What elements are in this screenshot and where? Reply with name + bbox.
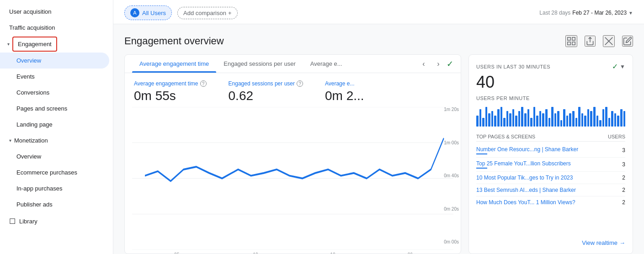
- panel-sub-label: USERS PER MINUTE: [476, 95, 625, 101]
- mini-bar: [620, 109, 623, 127]
- table-header-users: USERS: [608, 134, 625, 139]
- cards-row: Average engagement time Engaged sessions…: [124, 54, 633, 254]
- sidebar-item-label: Landing page: [16, 121, 53, 128]
- svg-rect-1: [572, 37, 575, 40]
- mini-bar: [512, 109, 515, 127]
- chart-customize-button[interactable]: [565, 35, 577, 47]
- mini-bar: [554, 113, 557, 127]
- users-count-0: 3: [616, 147, 625, 153]
- sidebar-item-label: Events: [16, 73, 35, 80]
- tab-avg-engagement-time[interactable]: Average engagement time: [132, 55, 216, 73]
- sidebar-item-label: Monetization: [14, 137, 48, 144]
- svg-rect-3: [572, 42, 575, 45]
- mini-bar: [587, 109, 590, 127]
- metric-help-icon-2[interactable]: ?: [297, 80, 303, 87]
- view-realtime-link[interactable]: View realtime →: [476, 236, 625, 246]
- table-row: 10 Most Popular Tik...ges to Try in 2023…: [476, 172, 625, 184]
- panel-section-label: USERS IN LAST 30 MINUTES: [476, 64, 550, 69]
- table-header-page: TOP PAGES & SCREENS: [476, 134, 535, 139]
- svg-rect-0: [568, 37, 570, 40]
- metric-label-3: Average e...: [325, 80, 364, 87]
- page-link-2[interactable]: 10 Most Popular Tik...ges to Try in 2023: [476, 175, 612, 181]
- chart-next-button[interactable]: ›: [432, 58, 445, 70]
- table-row: How Much Does YouT... 1 Million Views? 2: [476, 196, 625, 208]
- add-comparison-label: Add comparison: [183, 10, 226, 16]
- mini-bar-chart: [476, 105, 625, 127]
- sidebar-item-conversions[interactable]: Conversions: [0, 85, 109, 101]
- sidebar-item-monetization[interactable]: ▾ Monetization: [0, 132, 113, 148]
- mini-bar: [560, 120, 563, 127]
- monetization-arrow: ▾: [9, 138, 11, 143]
- sidebar-item-publisher-ads[interactable]: Publisher ads: [0, 196, 109, 212]
- sidebar-item-ecommerce-purchases[interactable]: Ecommerce purchases: [0, 164, 109, 180]
- mini-bar: [521, 107, 523, 127]
- sidebar-item-events[interactable]: Events: [0, 69, 109, 85]
- mini-bar: [566, 116, 569, 127]
- metric-average-other: Average e... 0m 2...: [325, 80, 364, 103]
- sidebar-item-in-app-purchases[interactable]: In-app purchases: [0, 180, 109, 196]
- segment-chip[interactable]: A All Users: [124, 5, 172, 20]
- sidebar-item-traffic-acquisition[interactable]: Traffic acquisition: [0, 20, 109, 36]
- panel-dropdown-icon[interactable]: ▼: [620, 64, 625, 70]
- date-range-selector[interactable]: Last 28 days Feb 27 - Mar 26, 2023 ▼: [539, 10, 633, 16]
- mini-bar: [539, 111, 542, 127]
- mini-bar: [530, 118, 532, 127]
- mini-bar: [602, 109, 605, 127]
- mini-bar: [569, 113, 571, 127]
- sidebar: User acquisition Traffic acquisition ▾ E…: [0, 0, 113, 254]
- sidebar-item-user-acquisition[interactable]: User acquisition: [0, 4, 109, 20]
- sidebar-item-label: Conversions: [16, 89, 49, 96]
- tab-engaged-sessions[interactable]: Engaged sessions per user: [216, 55, 303, 73]
- mini-bar: [536, 116, 538, 127]
- sidebar-item-landing-page[interactable]: Landing page: [0, 116, 109, 132]
- mini-bar: [551, 107, 554, 127]
- sidebar-item-label: In-app purchases: [16, 185, 62, 192]
- metric-label-2: Engaged sessions per user ?: [229, 80, 303, 87]
- sidebar-item-library[interactable]: ☐ Library: [0, 212, 113, 230]
- sidebar-item-overview[interactable]: Overview: [0, 53, 109, 69]
- sidebar-item-engagement[interactable]: Engagement: [12, 37, 57, 52]
- page-link-3[interactable]: 13 Best Semrush Al...eds | Shane Barker: [476, 187, 612, 193]
- segment-label: All Users: [142, 10, 166, 16]
- sidebar-item-pages-and-screens[interactable]: Pages and screens: [0, 101, 109, 116]
- mini-bar: [623, 111, 626, 127]
- sidebar-item-monetization-overview[interactable]: Overview: [0, 148, 109, 164]
- mini-bar: [485, 107, 488, 127]
- mini-bar: [494, 116, 496, 127]
- page-link-4[interactable]: How Much Does YouT... 1 Million Views?: [476, 199, 612, 206]
- mini-bar: [593, 107, 596, 127]
- mini-bar: [509, 113, 511, 127]
- panel-check-icon: ✓: [612, 62, 618, 71]
- add-comparison-button[interactable]: Add comparison +: [177, 7, 238, 19]
- page-link-1[interactable]: Top 25 Female YouT...llion Subscribers: [476, 160, 612, 167]
- main-chart-card: Average engagement time Engaged sessions…: [124, 54, 461, 254]
- mini-bar: [563, 109, 565, 127]
- chart-prev-button[interactable]: ‹: [417, 58, 430, 70]
- sidebar-item-label: Overview: [16, 57, 41, 64]
- top-bar: A All Users Add comparison + Last 28 day…: [113, 0, 644, 24]
- edit-button[interactable]: [622, 36, 633, 47]
- mini-bar: [542, 113, 544, 127]
- mini-bar: [596, 116, 599, 127]
- mini-bar: [524, 113, 527, 127]
- library-label: Library: [19, 218, 37, 225]
- users-count-1: 3: [616, 161, 625, 168]
- page-header: Engagement overview: [124, 35, 633, 47]
- panel-table-header: TOP PAGES & SCREENS USERS: [476, 132, 625, 142]
- library-icon: ☐: [9, 217, 16, 226]
- svg-rect-2: [568, 42, 570, 45]
- metric-help-icon-1[interactable]: ?: [200, 80, 207, 87]
- view-realtime-label: View realtime: [582, 239, 617, 246]
- compare-button[interactable]: [603, 35, 615, 47]
- tab-average-other[interactable]: Average e...: [303, 55, 350, 73]
- sidebar-item-label: Traffic acquisition: [9, 24, 55, 31]
- panel-table-rows: Number One Resourc...ng | Shane Barker 3…: [476, 143, 625, 208]
- users-count-4: 2: [616, 199, 625, 206]
- metric-value-3: 0m 2...: [325, 89, 364, 103]
- share-button[interactable]: [585, 36, 596, 47]
- users-count-2: 2: [616, 175, 625, 181]
- page-link-0[interactable]: Number One Resourc...ng | Shane Barker: [476, 146, 612, 153]
- sidebar-item-label: Ecommerce purchases: [16, 169, 77, 176]
- mini-bar: [557, 111, 559, 127]
- engagement-arrow: ▾: [7, 42, 10, 47]
